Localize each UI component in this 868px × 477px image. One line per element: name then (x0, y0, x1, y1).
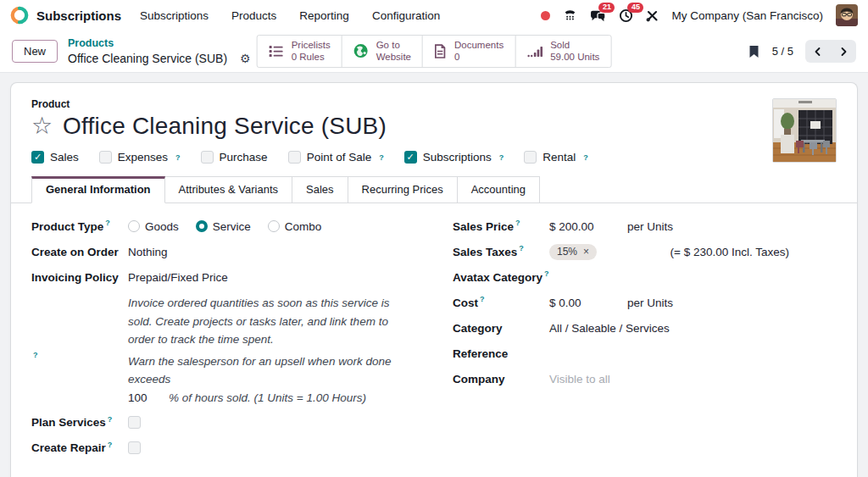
bookmark-icon[interactable] (748, 45, 760, 58)
messages-icon[interactable]: 21 (590, 8, 606, 23)
create-repair-checkbox[interactable] (128, 441, 141, 454)
checkbox-checked-icon[interactable]: ✓ (31, 151, 44, 164)
stat-website-label1: Go to (376, 39, 411, 52)
help-icon: ? (108, 415, 113, 424)
top-navbar: Subscriptions Subscriptions Products Rep… (0, 0, 868, 31)
plan-services-checkbox[interactable] (128, 416, 141, 429)
checkbox-unchecked-icon[interactable] (99, 151, 112, 164)
stat-button-website[interactable]: Go to Website (342, 36, 422, 68)
help-icon: ? (105, 219, 110, 227)
invoicing-policy-value[interactable]: Prepaid/Fixed Price (128, 271, 228, 284)
company-value[interactable]: Visible to all (549, 373, 610, 385)
checkbox-expenses-label: Expenses (118, 151, 168, 164)
right-field-column: Sales Price? $ 200.00 per Units Sales Ta… (453, 218, 837, 465)
cost-unit: per Units (627, 297, 673, 309)
stat-button-documents[interactable]: Documents 0 (422, 36, 515, 68)
left-field-column: Product Type? Goods Service Combo Create… (31, 218, 415, 465)
checkbox-subscriptions[interactable]: ✓ Subscriptions? (404, 151, 504, 164)
tab-recurring-prices[interactable]: Recurring Prices (348, 176, 458, 203)
invoicing-policy-help-text: Invoice ordered quantities as soon as th… (128, 294, 415, 349)
sales-price-label: Sales Price? (453, 220, 549, 233)
cost-value[interactable]: $ 0.00 (549, 297, 627, 309)
tab-sales[interactable]: Sales (292, 176, 348, 203)
stat-sold-label: Sold (550, 39, 599, 52)
product-title[interactable]: Office Cleaning Service (SUB) (63, 113, 387, 140)
tab-attributes-variants[interactable]: Attributes & Variants (164, 176, 293, 203)
pager-count: 5 / 5 (772, 45, 793, 58)
plan-services-label: Plan Services? (31, 416, 128, 429)
tax-tag[interactable]: 15%× (549, 244, 597, 260)
product-type-label: Product Type? (31, 220, 128, 233)
recording-dot-icon (541, 11, 550, 20)
checkbox-sales[interactable]: ✓ Sales (31, 151, 79, 164)
radio-unselected-icon (128, 220, 140, 232)
stat-button-group: Pricelists 0 Rules Go to Website (257, 35, 612, 69)
notebook-tabs: General Information Attributes & Variant… (31, 176, 837, 203)
help-icon: ? (108, 441, 113, 449)
checkbox-unchecked-icon[interactable] (288, 151, 301, 164)
radio-service[interactable]: Service (196, 220, 251, 233)
voip-phone-icon[interactable] (563, 8, 577, 22)
stat-button-pricelists[interactable]: Pricelists 0 Rules (258, 36, 342, 68)
upsell-help-mark: ? (31, 352, 128, 365)
gear-icon[interactable]: ⚙ (240, 53, 251, 64)
app-checkbox-row: ✓ Sales Expenses? Purchase Point of Sale… (31, 151, 837, 164)
stat-sold-value: 59.00 Units (550, 52, 599, 64)
checkbox-rental[interactable]: Rental? (524, 151, 588, 164)
activities-clock-icon[interactable]: 45 (619, 8, 633, 23)
checkbox-sales-label: Sales (50, 151, 79, 164)
favorite-star-icon[interactable]: ☆ (31, 114, 53, 138)
create-on-order-value[interactable]: Nothing (128, 246, 168, 258)
app-title[interactable]: Subscriptions (36, 8, 121, 23)
user-avatar[interactable] (836, 4, 858, 26)
checkbox-checked-icon[interactable]: ✓ (404, 151, 417, 164)
radio-combo[interactable]: Combo (268, 220, 322, 233)
product-form-sheet: Product ☆ Office Cleaning Service (SUB) … (10, 82, 858, 477)
help-icon: ? (515, 219, 520, 227)
help-icon: ? (480, 295, 485, 303)
menu-item-reporting[interactable]: Reporting (299, 9, 349, 22)
control-panel: New Products Office Cleaning Service (SU… (0, 31, 868, 73)
tools-icon[interactable] (646, 9, 659, 22)
checkbox-unchecked-icon[interactable] (524, 151, 537, 164)
stat-pricelists-value: 0 Rules (292, 52, 331, 64)
menu-item-subscriptions[interactable]: Subscriptions (140, 9, 209, 22)
checkbox-point-of-sale[interactable]: Point of Sale? (288, 151, 384, 164)
checkbox-subscriptions-label: Subscriptions (423, 151, 492, 164)
create-repair-label: Create Repair? (31, 441, 128, 454)
category-label: Category (453, 322, 549, 335)
pager-next-button[interactable] (831, 40, 856, 63)
cost-label: Cost? (453, 297, 549, 309)
tab-accounting[interactable]: Accounting (457, 176, 540, 203)
tax-tag-remove-icon[interactable]: × (583, 246, 589, 258)
menu-item-products[interactable]: Products (231, 9, 276, 22)
sales-taxes-label: Sales Taxes? (453, 246, 549, 258)
product-image[interactable] (772, 98, 837, 163)
incl-taxes-note: (= $ 230.00 Incl. Taxes) (670, 246, 789, 258)
help-icon: ? (544, 269, 549, 278)
sales-price-value[interactable]: $ 200.00 (549, 220, 627, 233)
pager: 5 / 5 (748, 40, 856, 63)
new-button[interactable]: New (12, 40, 58, 63)
checkbox-expenses[interactable]: Expenses? (99, 151, 181, 164)
pager-previous-button[interactable] (805, 40, 831, 63)
tab-general-information[interactable]: General Information (31, 176, 165, 203)
checkbox-purchase[interactable]: Purchase (201, 151, 268, 164)
sales-price-unit: per Units (627, 220, 673, 233)
company-switcher[interactable]: My Company (San Francisco) (671, 9, 823, 22)
avatax-category-label: Avatax Category? (453, 271, 549, 284)
breadcrumb-current: Office Cleaning Service (SUB) (68, 51, 227, 66)
odoo-logo-icon[interactable] (10, 6, 29, 25)
stat-documents-value: 0 (454, 52, 504, 64)
product-type-radios: Goods Service Combo (128, 220, 321, 233)
invoicing-policy-label: Invoicing Policy (31, 271, 128, 284)
checkbox-rental-label: Rental (542, 151, 576, 164)
radio-unselected-icon (268, 220, 280, 232)
stat-button-sold[interactable]: Sold 59.00 Units (515, 36, 610, 68)
radio-goods[interactable]: Goods (128, 220, 179, 233)
category-value[interactable]: All / Saleable / Services (549, 322, 670, 335)
checkbox-purchase-label: Purchase (220, 151, 268, 164)
menu-item-configuration[interactable]: Configuration (372, 9, 440, 22)
checkbox-unchecked-icon[interactable] (201, 151, 214, 164)
upsell-threshold-input[interactable]: 100 (128, 389, 169, 408)
